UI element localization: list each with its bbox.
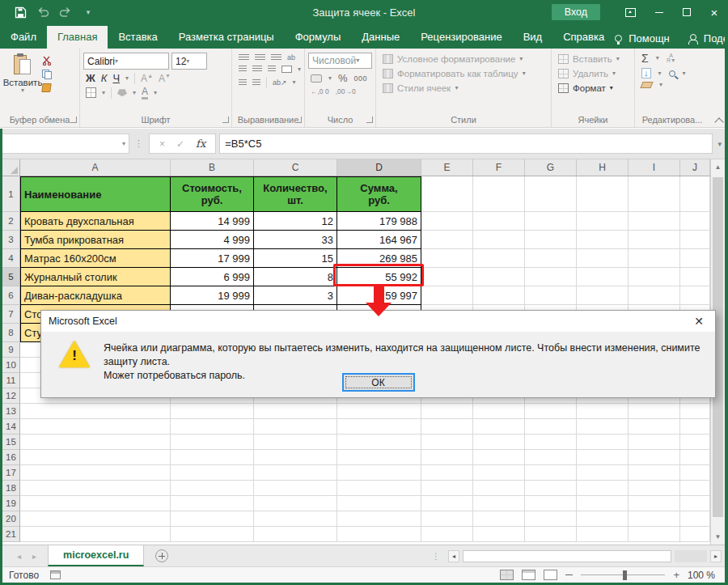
cell-D17[interactable] [337,465,421,481]
column-header-D[interactable]: D [337,159,421,176]
formula-input[interactable]: =B5*C5 [219,134,713,154]
cell-I18[interactable] [629,481,680,496]
redo-icon[interactable] [58,5,73,19]
cell-D13[interactable] [337,404,421,419]
formula-bar-splitter[interactable]: ⋮ [134,138,144,149]
cell-H19[interactable] [577,496,629,511]
cell-D1[interactable]: Сумма, руб. [337,176,421,212]
row-header-17[interactable]: 17 [2,465,20,481]
cell-A19[interactable] [20,496,171,511]
page-break-view-icon[interactable] [544,570,557,580]
cell-H14[interactable] [577,419,629,435]
cell-A14[interactable] [20,419,171,435]
delete-cells-button[interactable]: Удалить▾ [558,69,631,78]
row-header-18[interactable]: 18 [2,481,20,496]
align-center-icon[interactable] [252,66,262,73]
sheet-nav-right-icon[interactable]: ▸ [32,552,36,561]
row-header-16[interactable]: 16 [2,450,20,465]
bold-button[interactable]: Ж [86,72,95,84]
maximize-button[interactable] [673,0,700,24]
cell-A18[interactable] [20,481,171,496]
cell-E4[interactable] [421,249,473,268]
cell-C1[interactable]: Количество, шт. [254,176,337,212]
cell-H16[interactable] [577,450,629,465]
name-box[interactable]: ▾ [2,134,129,154]
cell-B5[interactable]: 6 999 [171,268,254,286]
column-header-H[interactable]: H [577,159,629,176]
cell-I6[interactable] [629,286,680,305]
cell-F20[interactable] [473,511,525,527]
cell-A17[interactable] [20,465,171,481]
zoom-slider[interactable] [581,574,665,576]
alignment-dialog-launcher-icon[interactable] [295,117,302,123]
cell-D14[interactable] [337,419,421,435]
cell-I16[interactable] [629,450,680,465]
scroll-down-icon[interactable]: ▼ [711,529,725,545]
cell-A2[interactable]: Кровать двухспальная [20,212,171,231]
decrease-indent-icon[interactable] [239,79,247,87]
clipboard-dialog-launcher-icon[interactable] [70,117,77,123]
horizontal-scroll-thumb[interactable] [463,550,671,562]
font-color-icon[interactable]: А [142,87,148,100]
cell-C5[interactable]: 8 [254,268,337,286]
cell-G6[interactable] [525,286,577,305]
cell-B2[interactable]: 14 999 [171,212,254,231]
cell-C13[interactable] [254,404,337,419]
cell-F6[interactable] [473,286,525,305]
cancel-entry-icon[interactable]: × [159,138,165,150]
assistant-label[interactable]: Помощн [629,32,670,45]
increase-indent-icon[interactable] [252,79,260,87]
cell-H2[interactable] [577,212,629,231]
cell-H20[interactable] [577,511,629,527]
cell-F13[interactable] [473,404,525,419]
cell-A4[interactable]: Матрас 160х200см [20,249,171,268]
fill-color-icon[interactable] [117,89,127,96]
cell-I20[interactable] [629,511,680,527]
cell-J20[interactable] [680,511,710,527]
row-header-12[interactable]: 12 [2,388,20,404]
cell-B21[interactable] [171,527,254,542]
tab-file[interactable]: Файл [0,26,47,49]
cell-J19[interactable] [680,496,710,511]
cell-F16[interactable] [473,450,525,465]
select-all-corner[interactable] [2,159,20,176]
underline-button[interactable]: Ч [112,72,120,84]
align-right-icon[interactable] [268,66,276,73]
column-header-I[interactable]: I [629,159,680,176]
cell-D19[interactable] [337,496,421,511]
cell-A13[interactable] [20,404,171,419]
cell-D2[interactable]: 179 988 [337,212,421,231]
cell-B17[interactable] [171,465,254,481]
cell-D15[interactable] [337,435,421,450]
cell-I5[interactable] [629,268,680,286]
dialog-ok-button[interactable]: ОК [342,373,415,392]
currency-format-icon[interactable] [311,74,322,83]
percent-format-icon[interactable]: % [338,72,348,84]
cell-B20[interactable] [171,511,254,527]
orientation-icon[interactable]: ab↗ [273,78,287,87]
grow-font-button[interactable]: А▲ [141,73,153,84]
shrink-font-button[interactable]: А▼ [159,73,171,84]
row-header-11[interactable]: 11 [2,373,20,388]
cell-E16[interactable] [421,450,473,465]
cell-H17[interactable] [577,465,629,481]
underline-dropdown-icon[interactable]: ▾ [125,75,129,82]
row-header-10[interactable]: 10 [2,358,20,373]
cell-H6[interactable] [577,286,629,305]
cell-E2[interactable] [421,212,473,231]
cell-A15[interactable] [20,435,171,450]
cell-A5[interactable]: Журналный столик [20,268,171,286]
cell-A20[interactable] [20,511,171,527]
cell-G15[interactable] [525,435,577,450]
cell-F2[interactable] [473,212,525,231]
column-header-G[interactable]: G [525,159,577,176]
align-top-icon[interactable] [239,54,249,61]
cell-H1[interactable] [577,176,629,212]
format-as-table-button[interactable]: Форматировать как таблицу▾ [383,69,548,78]
cell-C2[interactable]: 12 [254,212,337,231]
find-select-icon[interactable] [669,70,675,77]
name-box-dropdown-icon[interactable]: ▾ [122,141,125,147]
ribbon-display-options-icon[interactable] [618,0,645,24]
insert-cells-button[interactable]: Вставить▾ [558,54,631,64]
font-size-select[interactable]: 12▾ [171,53,207,70]
